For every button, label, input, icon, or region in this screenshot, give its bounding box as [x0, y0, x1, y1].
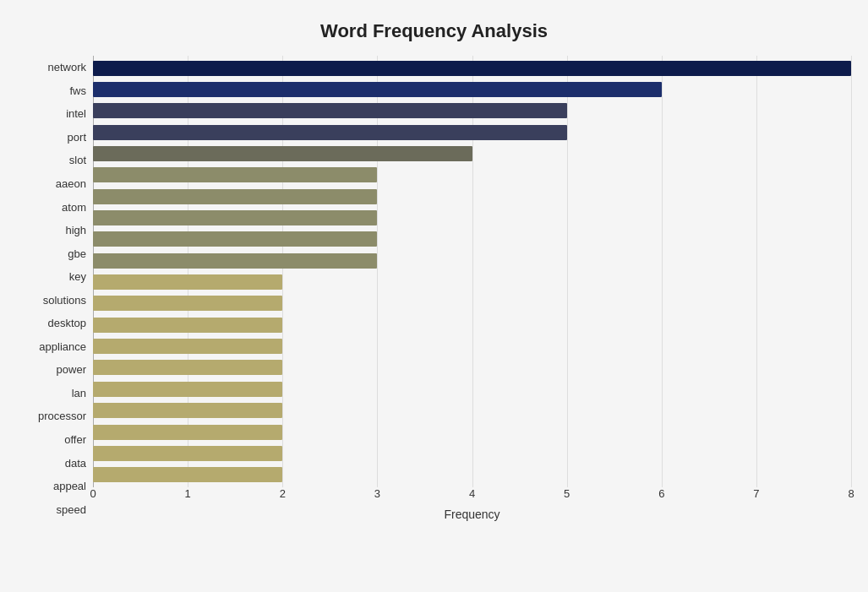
y-label-lan: lan [72, 388, 86, 399]
bar-gbe [93, 231, 377, 247]
x-tick-6: 6 [653, 487, 670, 500]
bar-row-gbe [93, 229, 851, 250]
bar-row-appliance [93, 314, 851, 335]
bar-row-network [93, 57, 851, 79]
bar-data [93, 425, 282, 440]
bar-port [93, 125, 567, 140]
bar-row-slot [93, 143, 851, 164]
bar-row-appeal [93, 443, 851, 464]
bar-row-power [93, 335, 851, 356]
x-tick-2: 2 [274, 487, 291, 500]
y-label-slot: slot [69, 155, 86, 166]
bar-appeal [93, 446, 282, 461]
bar-row-data [93, 421, 851, 443]
bar-appliance [93, 318, 282, 333]
bar-row-high [93, 207, 851, 228]
x-axis-title: Frequency [93, 508, 851, 521]
bar-row-solutions [93, 271, 851, 292]
bar-row-atom [93, 186, 851, 207]
y-label-atom: atom [62, 202, 86, 213]
bar-power [93, 339, 282, 354]
bar-aaeon [93, 167, 377, 182]
y-label-port: port [68, 132, 86, 143]
bar-slot [93, 146, 472, 161]
y-label-appliance: appliance [39, 341, 86, 352]
bars-and-grid: 012345678 Frequency [93, 56, 851, 521]
bar-intel [93, 103, 567, 118]
y-label-gbe: gbe [68, 248, 86, 259]
bar-key [93, 253, 377, 269]
y-label-fws: fws [70, 85, 87, 96]
bars-container [93, 56, 851, 487]
bar-row-desktop [93, 293, 851, 314]
y-label-speed: speed [57, 504, 86, 515]
y-label-solutions: solutions [43, 295, 86, 306]
bar-row-offer [93, 400, 851, 421]
x-tick-3: 3 [368, 487, 385, 500]
bar-solutions [93, 274, 282, 290]
grid-and-bars [93, 56, 851, 487]
bar-offer [93, 403, 282, 418]
x-tick-1: 1 [179, 487, 196, 500]
bar-network [93, 61, 851, 76]
bar-high [93, 210, 377, 225]
y-label-processor: processor [38, 410, 86, 421]
bar-fws [93, 82, 662, 97]
bar-processor [93, 382, 282, 397]
chart-area: networkfwsintelportslotaaeonatomhighgbek… [17, 56, 851, 521]
x-tick-4: 4 [464, 487, 481, 500]
y-label-desktop: desktop [47, 318, 86, 329]
x-tick-0: 0 [85, 487, 101, 500]
bar-speed [93, 467, 282, 482]
y-label-aaeon: aaeon [56, 178, 86, 189]
bar-row-lan [93, 357, 851, 378]
bar-row-speed [93, 464, 851, 486]
y-label-offer: offer [64, 434, 86, 445]
x-tick-8: 8 [843, 487, 860, 500]
bar-desktop [93, 296, 282, 311]
bar-row-aaeon [93, 165, 851, 186]
y-label-power: power [57, 364, 86, 375]
bar-row-processor [93, 378, 851, 399]
y-label-key: key [69, 271, 86, 282]
y-label-appeal: appeal [53, 481, 86, 492]
bar-row-fws [93, 79, 851, 100]
x-axis: 012345678 [93, 487, 851, 504]
bar-row-intel [93, 100, 851, 122]
y-label-high: high [65, 225, 86, 236]
y-label-data: data [65, 458, 86, 469]
bar-row-key [93, 250, 851, 271]
chart-title: Word Frequency Analysis [17, 17, 851, 42]
y-label-network: network [47, 62, 86, 73]
bar-atom [93, 189, 377, 204]
bar-lan [93, 360, 282, 375]
x-tick-7: 7 [748, 487, 765, 500]
y-label-intel: intel [66, 108, 86, 119]
bar-row-port [93, 122, 851, 143]
y-axis-labels: networkfwsintelportslotaaeonatomhighgbek… [17, 56, 93, 521]
chart-container: Word Frequency Analysis networkfwsintelp… [0, 0, 868, 592]
x-axis-wrapper: 012345678 Frequency [93, 487, 851, 521]
grid-line-8 [851, 56, 852, 487]
x-tick-5: 5 [559, 487, 576, 500]
